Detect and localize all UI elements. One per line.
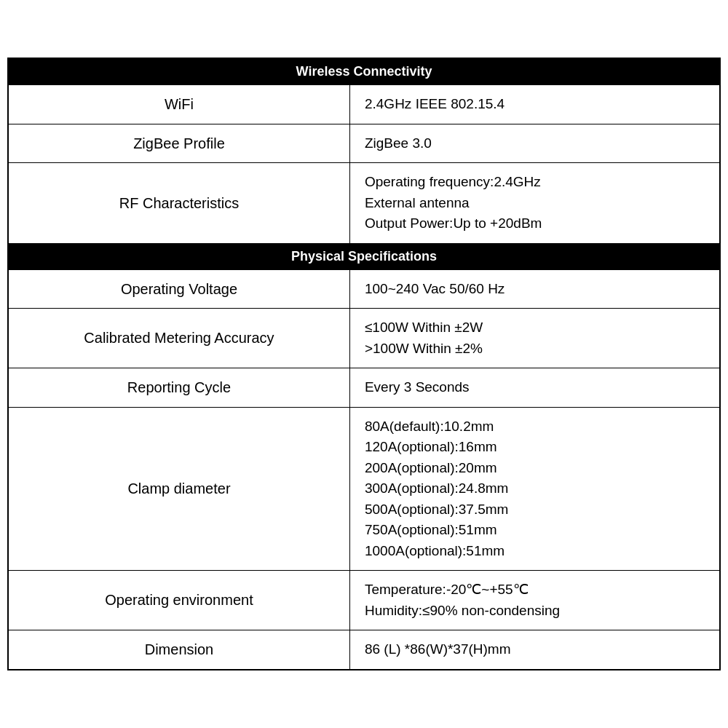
row-value: ZigBee 3.0	[349, 124, 720, 163]
row-label: Calibrated Metering Accuracy	[8, 309, 349, 368]
row-label: Clamp diameter	[8, 407, 349, 571]
row-value: ≤100W Within ±2W >100W Within ±2%	[349, 309, 720, 368]
row-label: Operating environment	[8, 571, 349, 630]
table-row: WiFi2.4GHz IEEE 802.15.4	[8, 85, 720, 124]
table-row: Operating environmentTemperature:-20℃~+5…	[8, 571, 720, 630]
section-header-row: Physical Specifications	[8, 243, 720, 269]
section-header-label: Physical Specifications	[8, 243, 720, 269]
row-value: 86 (L) *86(W)*37(H)mm	[349, 630, 720, 670]
table-row: Dimension86 (L) *86(W)*37(H)mm	[8, 630, 720, 670]
row-label: ZigBee Profile	[8, 124, 349, 163]
spec-table: Wireless ConnectivityWiFi2.4GHz IEEE 802…	[7, 58, 721, 670]
row-label: Dimension	[8, 630, 349, 670]
row-value: 80A(default):10.2mm120A(optional):16mm20…	[349, 407, 720, 571]
row-value: 100~240 Vac 50/60 Hz	[349, 269, 720, 309]
table-row: Clamp diameter80A(default):10.2mm120A(op…	[8, 407, 720, 571]
row-label: Reporting Cycle	[8, 368, 349, 408]
row-value: 2.4GHz IEEE 802.15.4	[349, 85, 720, 124]
table-row: Operating Voltage100~240 Vac 50/60 Hz	[8, 269, 720, 309]
section-header-label: Wireless Connectivity	[8, 58, 720, 85]
row-value: Operating frequency:2.4GHzExternal anten…	[349, 163, 720, 244]
row-value: Every 3 Seconds	[349, 368, 720, 408]
table-row: RF CharacteristicsOperating frequency:2.…	[8, 163, 720, 244]
table-row: Reporting CycleEvery 3 Seconds	[8, 368, 720, 408]
row-label: Operating Voltage	[8, 269, 349, 309]
row-value: Temperature:-20℃~+55℃Humidity:≤90% non-c…	[349, 571, 720, 630]
table-row: ZigBee ProfileZigBee 3.0	[8, 124, 720, 163]
section-header-row: Wireless Connectivity	[8, 58, 720, 85]
row-label: RF Characteristics	[8, 163, 349, 244]
row-label: WiFi	[8, 85, 349, 124]
table-row: Calibrated Metering Accuracy≤100W Within…	[8, 309, 720, 368]
